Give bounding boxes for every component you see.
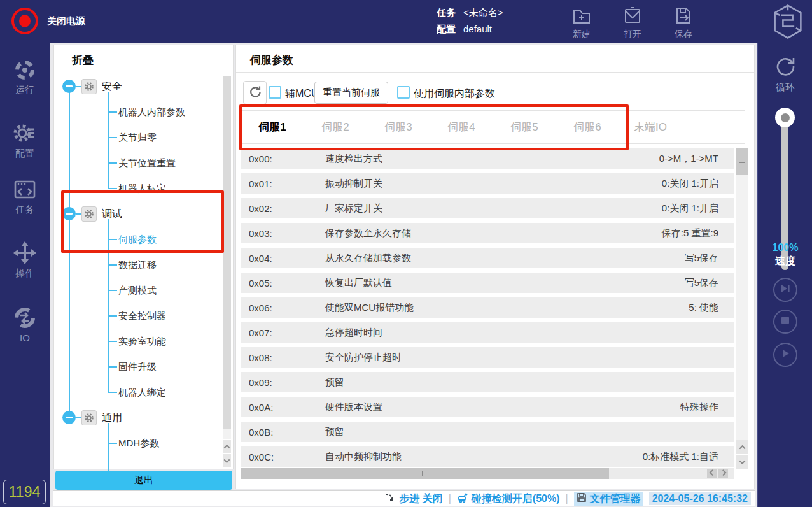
exit-button[interactable]: 退出 xyxy=(55,471,232,490)
tree-node[interactable]: 安全控制器 xyxy=(54,303,216,329)
tree-node[interactable]: 固件升级 xyxy=(54,354,216,380)
table-row[interactable]: 0x0A: 硬件版本设置 特殊操作 xyxy=(241,397,734,417)
servo-tab-label: 伺服4 xyxy=(447,120,475,134)
table-vertical-scrollbar[interactable] xyxy=(736,148,748,440)
file-manager-button[interactable]: 文件管理器 xyxy=(574,492,643,506)
tree-node[interactable]: MDH参数 xyxy=(54,431,216,456)
refresh-button[interactable] xyxy=(243,81,267,104)
sidebar-item-jog[interactable]: 操作 xyxy=(0,241,50,280)
table-row[interactable]: 0x05: 恢复出厂默认值 写5保存 xyxy=(241,273,734,293)
tree-node[interactable]: 产测模式 xyxy=(54,278,216,303)
param-description: 预留 xyxy=(325,426,734,438)
collapse-minus-icon[interactable] xyxy=(62,411,76,424)
table-scroll-down-button[interactable] xyxy=(736,455,748,469)
servo-params-panel: 伺服参数 辅MCU 重置当前伺服 使用伺服内部参数 伺服1 伺服2 伺服3 xyxy=(235,45,755,489)
param-address: 0x03: xyxy=(241,228,325,239)
collision-detect-status[interactable]: 碰撞检测开启(50%) xyxy=(457,492,560,506)
servo-tab-label: 伺服3 xyxy=(384,120,412,134)
tree-node[interactable]: 调试 xyxy=(54,201,216,227)
table-row[interactable]: 0x08: 安全防护停止超时 xyxy=(241,347,734,368)
step-mode-status[interactable]: 步进 关闭 xyxy=(385,492,442,506)
tree-node-label: 调试 xyxy=(102,201,122,227)
table-row[interactable]: 0x00: 速度检出方式 0->M，1->MT xyxy=(241,148,734,169)
new-task-button[interactable]: 新建 xyxy=(563,5,601,40)
sidebar-item-run[interactable]: 运行 xyxy=(0,59,50,96)
play-button[interactable] xyxy=(773,343,797,367)
param-description: 急停超时时间 xyxy=(325,327,734,339)
table-scroll-left-button[interactable] xyxy=(707,469,717,478)
tree-node-label: 机器人标定 xyxy=(118,176,166,201)
table-row[interactable]: 0x07: 急停超时时间 xyxy=(241,322,734,343)
table-row[interactable]: 0x02: 厂家标定开关 0:关闭 1:开启 xyxy=(241,198,734,218)
sidebar-item-io[interactable]: IO xyxy=(0,306,50,343)
sidebar-item-config[interactable]: 配置 xyxy=(0,121,50,160)
param-description: 使能双MCU报错功能 xyxy=(325,302,734,314)
table-row[interactable]: 0x06: 使能双MCU报错功能 5: 使能 xyxy=(241,297,734,318)
reset-current-servo-button[interactable]: 重置当前伺服 xyxy=(314,82,388,104)
tree-node[interactable]: 机器人内部参数 xyxy=(54,99,216,125)
servo-tab[interactable]: 伺服4 xyxy=(430,110,493,144)
aux-mcu-checkbox[interactable] xyxy=(269,86,281,99)
tree-node[interactable]: 数据迁移 xyxy=(54,252,216,278)
collapse-minus-icon[interactable] xyxy=(62,80,76,93)
tree-node[interactable]: 机器人绑定 xyxy=(54,380,216,405)
tree-node[interactable]: 安全 xyxy=(54,74,216,99)
sidebar-item-task[interactable]: 任务 xyxy=(0,178,50,216)
collapse-minus-icon[interactable] xyxy=(62,207,76,220)
table-scroll-right-button[interactable] xyxy=(718,469,728,478)
param-address: 0x09: xyxy=(241,377,325,388)
aux-mcu-label: 辅MCU xyxy=(285,87,318,101)
servo-tab-label: 伺服1 xyxy=(258,120,286,134)
collision-detect-icon xyxy=(457,492,468,506)
servo-tab[interactable]: 伺服3 xyxy=(367,110,430,144)
step-forward-button[interactable] xyxy=(773,278,797,302)
table-hscroll-thumb[interactable] xyxy=(241,468,609,479)
tree-scrollbar[interactable] xyxy=(223,76,231,439)
param-description: 恢复出厂默认值 xyxy=(325,277,734,289)
tree-node[interactable]: 伺服参数 xyxy=(54,227,216,252)
param-address: 0x04: xyxy=(241,253,325,264)
param-description: 安全防护停止超时 xyxy=(325,352,734,364)
servo-tab[interactable]: 伺服1 xyxy=(241,110,304,144)
table-row[interactable]: 0x03: 保存参数至永久存储 保存:5 重置:9 xyxy=(241,223,734,243)
tree-scroll-up-button[interactable] xyxy=(223,440,231,453)
table-horizontal-scrollbar[interactable] xyxy=(241,468,734,479)
save-task-button[interactable]: 保存 xyxy=(664,5,703,40)
table-row[interactable]: 0x01: 振动抑制开关 0:关闭 1:开启 xyxy=(241,173,734,194)
table-row[interactable]: 0x04: 从永久存储加载参数 写5保存 xyxy=(241,248,734,268)
status-bar: 步进 关闭 | 碰撞检测开启(50%) | 文件管理器 2024-05-26 1… xyxy=(53,490,755,506)
table-row[interactable]: 0x0B: 预留 xyxy=(241,422,734,442)
tree-scrollbar-thumb[interactable] xyxy=(223,76,231,429)
tree-node[interactable]: 机器人标定 xyxy=(54,176,216,201)
table-row[interactable]: 0x0C: 自动中频抑制功能 0:标准模式 1:自适 xyxy=(241,446,734,467)
param-value: 0:关闭 1:开启 xyxy=(662,203,718,215)
table-vscroll-thumb[interactable] xyxy=(736,148,748,175)
top-header: 关闭电源 任务 <未命名> 配置 default 新建 打开 xyxy=(0,0,812,43)
divider xyxy=(236,72,754,73)
status-counter-badge: 1194 xyxy=(3,480,46,504)
cycle-icon xyxy=(758,54,812,79)
table-scroll-up-button[interactable] xyxy=(736,440,748,454)
stop-button[interactable] xyxy=(773,310,797,334)
tree-node[interactable]: 通用 xyxy=(54,405,216,431)
step-forward-icon xyxy=(780,283,790,296)
cycle-mode-button[interactable]: 循环 xyxy=(758,54,812,94)
servo-tab[interactable]: 末端IO xyxy=(619,110,682,144)
tree-node[interactable]: 实验室功能 xyxy=(54,329,216,354)
open-task-button[interactable]: 打开 xyxy=(613,5,652,40)
tree-node[interactable]: 关节位置重置 xyxy=(54,150,216,176)
servo-tab[interactable]: 伺服6 xyxy=(556,110,619,144)
tree-node[interactable]: 关节归零 xyxy=(54,125,216,150)
servo-tabs: 伺服1 伺服2 伺服3 伺服4 伺服5 伺服6 末端IO xyxy=(241,110,745,144)
tree-collapse-title[interactable]: 折叠 xyxy=(54,45,233,68)
sidebar-item-label: 运行 xyxy=(0,84,50,96)
power-icon[interactable] xyxy=(11,8,38,34)
tree-scroll-down-button[interactable] xyxy=(223,454,231,467)
servo-tab[interactable]: 伺服2 xyxy=(304,110,367,144)
param-address: 0x02: xyxy=(241,203,325,214)
use-internal-params-checkbox[interactable] xyxy=(397,86,410,99)
servo-tab[interactable]: 伺服5 xyxy=(493,110,556,144)
settings-tree-panel: 折叠 安全 xyxy=(53,45,234,469)
speed-slider-knob[interactable] xyxy=(775,108,795,127)
table-row[interactable]: 0x09: 预留 xyxy=(241,372,734,392)
